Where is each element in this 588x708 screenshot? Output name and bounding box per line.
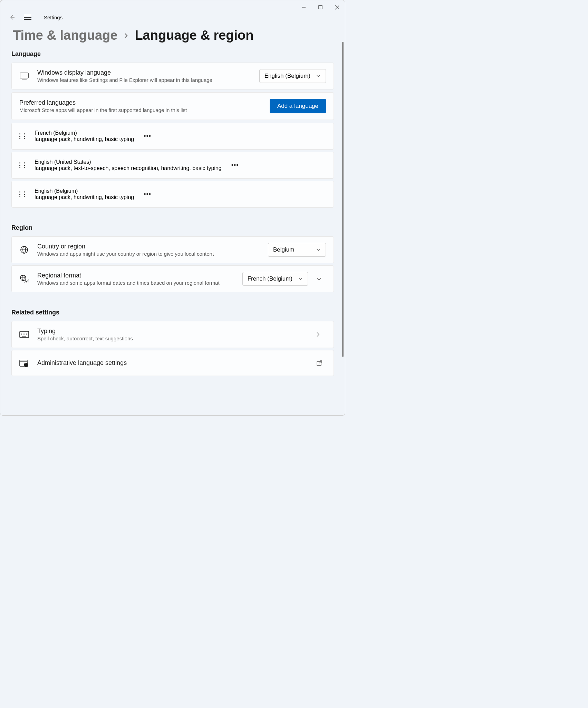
language-features: language pack, text-to-speech, speech re… xyxy=(35,165,222,171)
typing-title: Typing xyxy=(37,328,308,335)
admin-title: Administrative language settings xyxy=(37,357,308,369)
app-title: Settings xyxy=(44,15,62,20)
typing-card[interactable]: Typing Spell check, autocorrect, text su… xyxy=(11,321,334,348)
language-item[interactable]: English (United States) language pack, t… xyxy=(11,152,334,179)
globe-icon xyxy=(19,246,29,254)
country-value: Belgium xyxy=(273,246,294,253)
country-dropdown[interactable]: Belgium xyxy=(268,243,326,257)
display-language-subtitle: Windows features like Settings and File … xyxy=(37,77,251,83)
svg-point-20 xyxy=(23,334,23,335)
svg-text:A字: A字 xyxy=(25,279,29,283)
top-nav: Settings xyxy=(0,14,345,24)
display-language-title: Windows display language xyxy=(37,69,251,76)
add-language-button[interactable]: Add a language xyxy=(270,99,326,113)
breadcrumb-parent[interactable]: Time & language xyxy=(13,28,117,43)
svg-rect-14 xyxy=(20,331,29,338)
format-dropdown[interactable]: French (Belgium) xyxy=(242,272,308,286)
content-area: Language Windows display language Window… xyxy=(0,50,345,416)
language-features: language pack, handwriting, basic typing xyxy=(35,136,134,142)
svg-point-17 xyxy=(25,333,25,333)
preferred-languages-title: Preferred languages xyxy=(19,99,261,106)
drag-handle-icon[interactable] xyxy=(19,191,26,197)
breadcrumb-current: Language & region xyxy=(135,28,253,43)
format-subtitle: Windows and some apps format dates and t… xyxy=(37,280,234,286)
chevron-down-icon xyxy=(298,277,303,281)
typing-subtitle: Spell check, autocorrect, text suggestio… xyxy=(37,336,308,341)
svg-point-21 xyxy=(25,334,25,335)
country-region-card: Country or region Windows and apps might… xyxy=(11,236,334,263)
scrollbar-thumb[interactable] xyxy=(342,42,344,357)
drag-handle-icon[interactable] xyxy=(19,133,26,139)
language-item[interactable]: French (Belgium) language pack, handwrit… xyxy=(11,123,334,150)
window-titlebar xyxy=(0,0,345,14)
display-language-value: English (Belgium) xyxy=(264,73,310,79)
country-subtitle: Windows and apps might use your country … xyxy=(37,251,260,257)
minimize-button[interactable] xyxy=(299,2,309,12)
country-title: Country or region xyxy=(37,243,260,250)
preferred-languages-card: Preferred languages Microsoft Store apps… xyxy=(11,92,334,120)
language-name: English (Belgium) xyxy=(35,188,134,194)
keyboard-icon xyxy=(19,331,29,338)
preferred-languages-subtitle: Microsoft Store apps will appear in the … xyxy=(19,107,261,113)
expand-button[interactable] xyxy=(316,277,326,281)
format-value: French (Belgium) xyxy=(248,275,292,282)
chevron-down-icon xyxy=(316,74,321,78)
section-header-related: Related settings xyxy=(11,309,334,316)
svg-point-18 xyxy=(26,333,27,333)
more-options-button[interactable]: ••• xyxy=(142,189,153,200)
scrollbar[interactable] xyxy=(342,42,344,400)
svg-rect-5 xyxy=(20,73,28,78)
chevron-down-icon xyxy=(316,248,321,252)
admin-shield-icon xyxy=(19,359,29,367)
close-button[interactable] xyxy=(332,2,342,12)
chevron-right-icon xyxy=(316,332,326,337)
section-header-language: Language xyxy=(11,50,334,58)
svg-point-22 xyxy=(26,334,27,335)
svg-line-27 xyxy=(319,361,322,363)
language-name: French (Belgium) xyxy=(35,130,134,136)
display-language-card: Windows display language Windows feature… xyxy=(11,63,334,89)
svg-point-16 xyxy=(23,333,23,333)
display-language-dropdown[interactable]: English (Belgium) xyxy=(259,69,326,83)
back-button[interactable] xyxy=(9,14,16,20)
menu-button[interactable] xyxy=(24,15,31,20)
language-name: English (United States) xyxy=(35,159,222,165)
breadcrumb: Time & language Language & region xyxy=(0,24,345,50)
language-globe-icon: A字 xyxy=(19,274,29,283)
external-link-icon xyxy=(316,360,326,366)
maximize-button[interactable] xyxy=(315,2,326,12)
regional-format-card: A字 Regional format Windows and some apps… xyxy=(11,265,334,292)
svg-point-19 xyxy=(21,334,22,335)
drag-handle-icon[interactable] xyxy=(19,162,26,168)
format-title: Regional format xyxy=(37,272,234,279)
svg-rect-1 xyxy=(319,6,322,9)
language-item[interactable]: English (Belgium) language pack, handwri… xyxy=(11,181,334,208)
section-header-region: Region xyxy=(11,224,334,232)
more-options-button[interactable]: ••• xyxy=(142,131,153,142)
chevron-right-icon xyxy=(124,32,128,39)
admin-language-card[interactable]: Administrative language settings xyxy=(11,350,334,376)
language-features: language pack, handwriting, basic typing xyxy=(35,194,134,200)
svg-point-15 xyxy=(21,333,22,333)
monitor-icon xyxy=(19,73,29,79)
more-options-button[interactable]: ••• xyxy=(230,160,240,171)
